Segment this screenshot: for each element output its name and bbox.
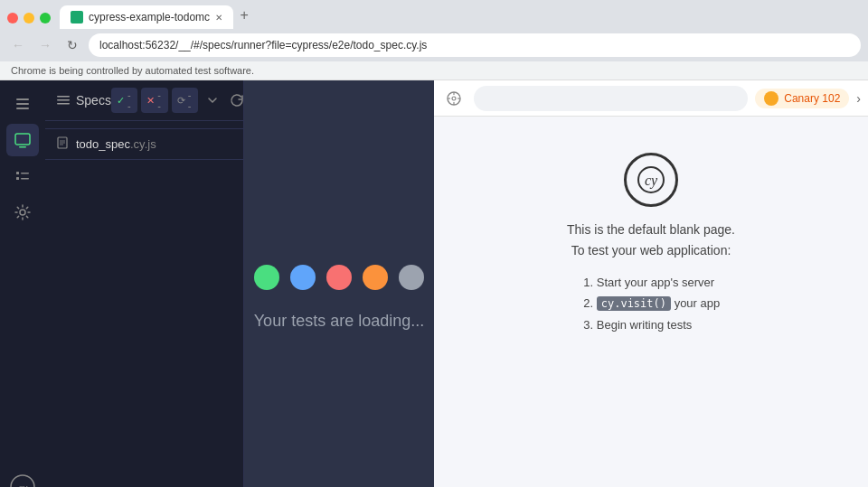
svg-rect-1 [16,103,29,105]
loading-text: Your tests are loading... [254,312,424,331]
specs-toolbar: ✓ -- ✕ -- ⟳ -- [111,88,248,113]
minimize-traffic-light[interactable] [24,13,34,23]
tab-title: cypress-example-todomc [89,11,210,23]
svg-rect-7 [16,177,19,180]
step-3: Begin writing tests [597,314,720,335]
preview-more-button[interactable]: › [856,91,861,106]
tab-bar: cypress-example-todomc ✕ + [0,0,868,29]
new-tab-button[interactable]: + [233,5,255,26]
browser-icon [764,91,778,106]
svg-rect-2 [16,108,29,109]
blank-page-line2: To test your web application: [571,243,731,258]
specs-title: Specs [56,93,111,108]
info-bar-text: Chrome is being controlled by automated … [11,65,254,76]
spinner-group: ⟳ -- [172,88,198,113]
cypress-logo-icon: cy [6,471,39,487]
dot-4 [363,265,388,290]
svg-point-20 [452,97,456,100]
browser-chrome: cypress-example-todomc ✕ + ← → ↻ Chrome … [0,0,868,80]
spec-name: todo_spec [76,137,130,151]
tab-favicon [71,11,83,23]
sidebar-icon-settings[interactable] [6,196,39,229]
pass-count: -- [127,89,132,111]
forward-button[interactable]: → [34,34,56,56]
active-tab[interactable]: cypress-example-todomc ✕ [60,5,233,29]
preview-content: cy This is the default blank page. To te… [434,117,868,487]
loading-dots [254,265,424,290]
preview-toolbar: Canary 102 › [434,80,868,117]
preview-target-icon [441,86,467,111]
specs-panel-title: Specs [76,93,111,108]
sidebar-icons: cy [0,80,45,487]
refresh-button[interactable]: ↻ [61,34,83,56]
svg-text:cy: cy [645,173,658,189]
svg-rect-5 [16,172,19,174]
fail-count: -- [157,89,162,111]
specs-header: Specs ✓ -- ✕ -- ⟳ -- [45,80,243,121]
sidebar-icon-specs[interactable] [6,88,39,120]
blank-page-message: cy This is the default blank page. To te… [567,153,735,335]
specs-list: todo_spec.cy.js [45,121,243,487]
close-traffic-light[interactable] [7,13,18,23]
browser-badge: Canary 102 [755,89,849,108]
spec-item-todo[interactable]: todo_spec.cy.js [45,128,243,160]
spec-filename: todo_spec.cy.js [76,137,156,151]
info-bar: Chrome is being controlled by automated … [0,61,868,80]
pass-count-group: ✓ -- [111,88,137,113]
svg-rect-6 [21,173,29,174]
cypress-blank-logo: cy [624,153,678,207]
main-app: cy Specs ✓ -- ✕ -- [0,80,868,487]
file-icon [56,136,69,152]
browser-name: Canary 102 [784,92,840,105]
blank-page-steps: Start your app's server cy.visit() your … [582,272,720,335]
dot-5 [399,265,424,290]
back-button[interactable]: ← [7,34,29,56]
specs-menu-icon [56,93,71,108]
dot-1 [254,265,279,290]
svg-rect-8 [21,178,29,180]
maximize-traffic-light[interactable] [40,13,51,23]
preview-panel: Canary 102 › cy This is the default blan… [434,80,868,487]
spec-ext: .cy.js [130,137,156,151]
blank-page-line1: This is the default blank page. [567,221,735,239]
step-1: Start your app's server [597,272,720,293]
svg-point-9 [20,210,25,215]
traffic-lights [7,13,51,23]
dot-3 [326,265,352,290]
cy-visit-badge: cy.visit() [597,296,671,311]
preview-address-input[interactable] [474,86,748,111]
tab-close-button[interactable]: ✕ [215,13,222,23]
check-icon: ✓ [117,95,125,107]
svg-text:cy: cy [18,482,28,487]
svg-rect-0 [16,98,29,100]
test-runner-area: Your tests are loading... [244,80,434,487]
sidebar-icon-list[interactable] [6,160,39,192]
svg-rect-14 [57,103,70,105]
fail-count-group: ✕ -- [141,88,167,113]
sidebar-icon-runner[interactable] [6,124,39,156]
address-input[interactable] [89,33,861,57]
svg-rect-13 [57,99,70,101]
dropdown-button[interactable] [202,89,222,112]
step-2: cy.visit() your app [597,293,720,314]
specs-panel: Specs ✓ -- ✕ -- ⟳ -- [45,80,244,487]
spinner-count: -- [188,89,193,111]
svg-rect-4 [19,146,26,148]
address-bar: ← → ↻ [0,29,868,61]
x-icon: ✕ [146,95,155,107]
svg-rect-3 [15,134,30,145]
svg-rect-12 [57,96,70,98]
dot-2 [290,265,316,290]
spinner-icon: ⟳ [177,95,185,107]
